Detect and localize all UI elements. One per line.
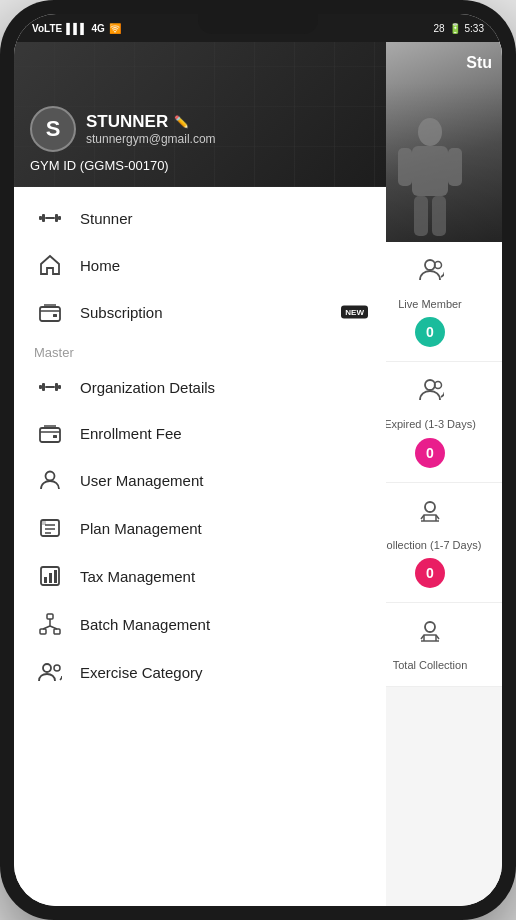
profile-name: STUNNER ✏️ <box>86 112 216 132</box>
svg-rect-24 <box>40 428 60 442</box>
clock: 5:33 <box>465 23 484 34</box>
svg-rect-16 <box>58 216 61 220</box>
svg-rect-14 <box>45 217 55 219</box>
expired-label: Expired (1-3 Days) <box>384 417 476 431</box>
status-right: 28 🔋 5:33 <box>433 23 484 34</box>
svg-rect-20 <box>42 383 45 391</box>
svg-rect-4 <box>414 196 428 236</box>
svg-rect-21 <box>45 386 55 388</box>
svg-rect-2 <box>398 148 412 186</box>
total-collection-label: Total Collection <box>393 658 468 672</box>
svg-point-8 <box>425 380 435 390</box>
menu-item-home[interactable]: Home <box>14 241 386 289</box>
gym-id: GYM ID (GGMS-00170) <box>30 158 370 173</box>
list-icon <box>34 517 66 539</box>
svg-line-41 <box>50 626 57 629</box>
avatar: S <box>30 106 76 152</box>
menu-item-enrollment[interactable]: Enrollment Fee <box>14 410 386 456</box>
user-icon <box>34 469 66 491</box>
battery-level: 28 <box>433 23 444 34</box>
svg-line-40 <box>43 626 50 629</box>
svg-rect-33 <box>44 577 47 583</box>
svg-rect-35 <box>54 570 57 583</box>
svg-rect-36 <box>47 614 53 619</box>
right-header-top: ☰ Stu <box>368 52 492 74</box>
svg-point-42 <box>43 664 51 672</box>
network-icon <box>34 613 66 635</box>
menu-item-user-management[interactable]: User Management <box>14 456 386 504</box>
svg-rect-3 <box>448 148 462 186</box>
svg-point-43 <box>54 665 60 671</box>
menu-item-subscription[interactable]: Subscription NEW <box>14 289 386 335</box>
expired-badge: 0 <box>415 438 445 468</box>
collection-icon <box>416 497 444 532</box>
menu-label-tax-management: Tax Management <box>80 568 195 585</box>
menu-label-exercise-category: Exercise Category <box>80 664 203 681</box>
signal-bars: ▌▌▌ <box>66 23 87 34</box>
profile-info: STUNNER ✏️ stunnergym@gmail.com <box>86 112 216 146</box>
svg-rect-1 <box>412 146 448 196</box>
edit-icon[interactable]: ✏️ <box>174 115 189 129</box>
wallet-icon-enrollment <box>34 423 66 443</box>
svg-rect-19 <box>39 385 42 389</box>
menu-item-batch-management[interactable]: Batch Management <box>14 600 386 648</box>
dumbbell-icon-org <box>34 377 66 397</box>
collection-badge: 0 <box>415 558 445 588</box>
header-title: Stu <box>466 54 492 72</box>
profile-row: S STUNNER ✏️ stunnergym@gmail.com <box>30 106 370 152</box>
svg-point-10 <box>425 502 435 512</box>
network-type: 4G <box>91 23 104 34</box>
home-icon <box>34 254 66 276</box>
svg-rect-17 <box>40 307 60 321</box>
users-icon <box>34 661 66 683</box>
wifi-icon: 🛜 <box>109 23 121 34</box>
menu-item-org-details[interactable]: Organization Details <box>14 364 386 410</box>
svg-rect-31 <box>42 521 46 525</box>
svg-rect-38 <box>54 629 60 634</box>
svg-point-6 <box>425 260 435 270</box>
new-badge: NEW <box>341 306 368 319</box>
svg-point-0 <box>418 118 442 146</box>
menu-label-enrollment: Enrollment Fee <box>80 425 182 442</box>
svg-rect-13 <box>42 214 45 222</box>
svg-rect-23 <box>58 385 61 389</box>
drawer: S STUNNER ✏️ stunnergym@gmail.com GYM ID… <box>14 42 386 906</box>
volte-indicator: VoLTE <box>32 23 62 34</box>
svg-rect-37 <box>40 629 46 634</box>
dumbbell-icon-stunner <box>34 208 66 228</box>
menu-label-stunner: Stunner <box>80 210 133 227</box>
menu-label-user-management: User Management <box>80 472 203 489</box>
app-content: ☰ Stu <box>14 42 502 906</box>
phone-frame: VoLTE ▌▌▌ 4G 🛜 28 🔋 5:33 ☰ Stu <box>0 0 516 920</box>
live-member-icon <box>416 256 444 291</box>
svg-rect-18 <box>53 314 57 317</box>
svg-point-11 <box>425 622 435 632</box>
menu-item-exercise-category[interactable]: Exercise Category <box>14 648 386 696</box>
notch <box>198 14 318 34</box>
live-member-badge: 0 <box>415 317 445 347</box>
status-bar: VoLTE ▌▌▌ 4G 🛜 28 🔋 5:33 <box>14 14 502 42</box>
profile-email: stunnergym@gmail.com <box>86 132 216 146</box>
svg-rect-5 <box>432 196 446 236</box>
section-label-master: Master <box>14 335 386 364</box>
menu-item-plan-management[interactable]: Plan Management <box>14 504 386 552</box>
svg-rect-15 <box>55 214 58 222</box>
chart-icon <box>34 565 66 587</box>
menu-item-stunner[interactable]: Stunner <box>14 195 386 241</box>
svg-point-26 <box>46 472 55 481</box>
total-collection-icon <box>416 617 444 652</box>
svg-rect-34 <box>49 573 52 583</box>
collection-label: Collection (1-7 Days) <box>379 538 482 552</box>
menu-label-org-details: Organization Details <box>80 379 215 396</box>
menu-item-tax-management[interactable]: Tax Management <box>14 552 386 600</box>
status-left: VoLTE ▌▌▌ 4G 🛜 <box>32 23 121 34</box>
drawer-menu: Stunner Home <box>14 187 386 906</box>
wallet-icon-subscription <box>34 302 66 322</box>
live-member-label: Live Member <box>398 297 462 311</box>
svg-rect-12 <box>39 216 42 220</box>
expired-icon <box>416 376 444 411</box>
svg-rect-25 <box>53 435 57 438</box>
menu-label-subscription: Subscription <box>80 304 163 321</box>
battery-icon: 🔋 <box>449 23 461 34</box>
menu-label-plan-management: Plan Management <box>80 520 202 537</box>
